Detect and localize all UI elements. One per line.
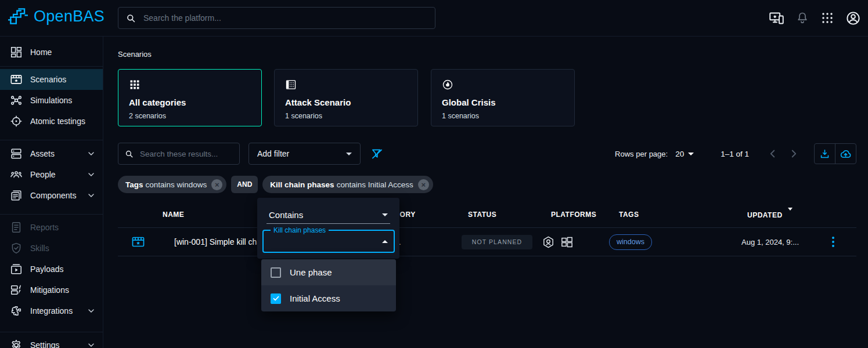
scenario-platforms	[542, 228, 574, 256]
filter-off-icon[interactable]	[370, 147, 384, 161]
category-card-title: All categories	[129, 97, 251, 107]
newspaper-icon	[10, 189, 23, 202]
movie-icon	[10, 73, 23, 86]
filter-chip-condition: contains Initial Access	[337, 180, 413, 189]
category-card-attack-scenario[interactable]: Attack Scenario 1 scenarios	[274, 69, 418, 126]
sidebar-item-assets[interactable]: Assets	[0, 143, 103, 164]
sidebar-item-label: People	[30, 170, 56, 179]
kebab-menu-icon[interactable]	[830, 234, 837, 249]
sidebar-item-label: Reports	[30, 223, 59, 232]
sidebar-item-people[interactable]: People	[0, 164, 103, 185]
pagination-range: 1–1 of 1	[721, 150, 749, 158]
operator-select[interactable]: Contains	[266, 206, 390, 224]
openbas-logo[interactable]: OpenBAS	[7, 5, 105, 27]
results-search[interactable]	[118, 143, 240, 165]
gear-icon	[10, 339, 23, 348]
operator-select-value: Contains	[269, 210, 303, 220]
sidebar-item-label: Components	[30, 191, 76, 200]
agents-devices-icon[interactable]	[769, 10, 784, 26]
rows-per-page-label: Rows per page:	[615, 150, 668, 158]
add-filter-select[interactable]: Add filter	[248, 143, 361, 165]
puzzle-icon	[10, 304, 23, 317]
chevron-down-icon	[688, 153, 694, 155]
filter-chip-condition: contains windows	[146, 180, 207, 189]
target-icon	[10, 115, 23, 128]
category-card-global-crisis[interactable]: Global Crisis 1 scenarios	[431, 69, 575, 126]
payloads-icon	[10, 263, 23, 276]
flame-icon	[442, 79, 564, 90]
account-icon[interactable]	[845, 10, 861, 26]
sidebar-item-mitigations[interactable]: Mitigations	[0, 280, 103, 300]
chevron-down-icon	[87, 306, 96, 316]
mitigations-icon	[10, 284, 23, 296]
apps-grid-icon[interactable]	[820, 11, 834, 25]
filter-chip-field: Kill chain phases	[270, 180, 334, 189]
option-initial-access[interactable]: Initial Access	[261, 285, 396, 311]
column-header-tags[interactable]: TAGS	[619, 211, 639, 219]
sidebar-item-home[interactable]: Home	[0, 41, 103, 64]
sidebar-item-simulations[interactable]: Simulations	[0, 90, 103, 111]
column-header-updated[interactable]: UPDATED	[747, 211, 793, 219]
chevron-down-icon	[87, 149, 96, 158]
sidebar-item-scenarios[interactable]: Scenarios	[0, 69, 103, 90]
previous-page-button[interactable]	[766, 147, 779, 160]
category-card-title: Global Crisis	[442, 97, 564, 107]
sidebar-item-label: Assets	[30, 149, 55, 158]
platform-search-input[interactable]	[142, 13, 435, 23]
storage-icon	[10, 147, 23, 160]
scenario-updated: Aug 1, 2024, 9:...	[741, 228, 799, 256]
filter-chip-field: Tags	[125, 180, 143, 189]
chevron-down-icon	[346, 153, 352, 155]
checkbox-unchecked-icon[interactable]	[271, 267, 281, 278]
results-search-input[interactable]	[139, 149, 239, 159]
export-button-group	[814, 143, 856, 164]
filter-chip-tags[interactable]: Tags contains windows ×	[118, 176, 226, 193]
rows-per-page-select[interactable]: 20	[675, 150, 694, 158]
sidebar-item-components[interactable]: Components	[0, 185, 103, 206]
sidebar-item-label: Mitigations	[30, 285, 69, 295]
hub-icon	[10, 94, 23, 107]
kill-chain-phases-input[interactable]: Kill chain phases	[262, 230, 395, 253]
search-icon	[124, 149, 134, 159]
openbas-app: OpenBAS	[0, 0, 868, 348]
sidebar-item-label: Simulations	[30, 96, 72, 105]
next-page-button[interactable]	[787, 147, 800, 160]
row-actions	[830, 228, 837, 256]
sidebar-item-settings[interactable]: Settings	[0, 335, 103, 348]
sidebar-item-label: Home	[30, 48, 52, 57]
export-download-button[interactable]	[815, 144, 835, 164]
remove-filter-icon[interactable]: ×	[418, 179, 429, 190]
kill-chain-phases-input-label: Kill chain phases	[271, 226, 329, 234]
groups-icon	[10, 168, 23, 181]
chevron-down-icon	[87, 191, 96, 200]
column-header-name[interactable]: NAME	[163, 211, 184, 219]
filter-chip-kill-chain-phases[interactable]: Kill chain phases contains Initial Acces…	[262, 176, 433, 193]
scenario-status: NOT PLANNED	[462, 228, 532, 256]
tag-chip[interactable]: windows	[609, 234, 652, 250]
sidebar-item-integrations[interactable]: Integrations	[0, 300, 103, 321]
table-row[interactable]: [win-001] Simple kill chain Attack Scena…	[118, 228, 856, 256]
column-header-platforms[interactable]: PLATFORMS	[551, 211, 596, 219]
remove-filter-icon[interactable]: ×	[211, 179, 222, 190]
platform-search[interactable]	[118, 7, 435, 29]
chevron-down-icon	[87, 170, 96, 179]
export-cloud-upload-button[interactable]	[835, 144, 856, 164]
grid-icon	[129, 79, 251, 90]
active-filters: Tags contains windows × AND Kill chain p…	[118, 176, 433, 193]
checkbox-checked-icon[interactable]	[271, 293, 281, 304]
category-card-all[interactable]: All categories 2 scenarios	[118, 69, 262, 126]
chevron-up-icon[interactable]	[382, 240, 388, 243]
sidebar-item-atomic-testings[interactable]: Atomic testings	[0, 111, 103, 132]
option-une-phase[interactable]: Une phase	[261, 259, 396, 285]
sidebar-item-payloads[interactable]: Payloads	[0, 259, 103, 280]
sidebar-item-label: Settings	[30, 340, 60, 348]
sidebar-item-label: Atomic testings	[30, 117, 85, 126]
page-title: Scenarios	[118, 50, 152, 59]
column-header-status[interactable]: STATUS	[468, 211, 496, 219]
category-card-title: Attack Scenario	[285, 97, 407, 107]
filter-operator-chip[interactable]: AND	[231, 176, 258, 193]
logo-text: OpenBAS	[34, 8, 105, 26]
sidebar: Home Scenarios Simulations Atomi	[0, 36, 103, 348]
notifications-bell-icon[interactable]	[795, 11, 809, 25]
sidebar-item-label: Integrations	[30, 306, 73, 316]
